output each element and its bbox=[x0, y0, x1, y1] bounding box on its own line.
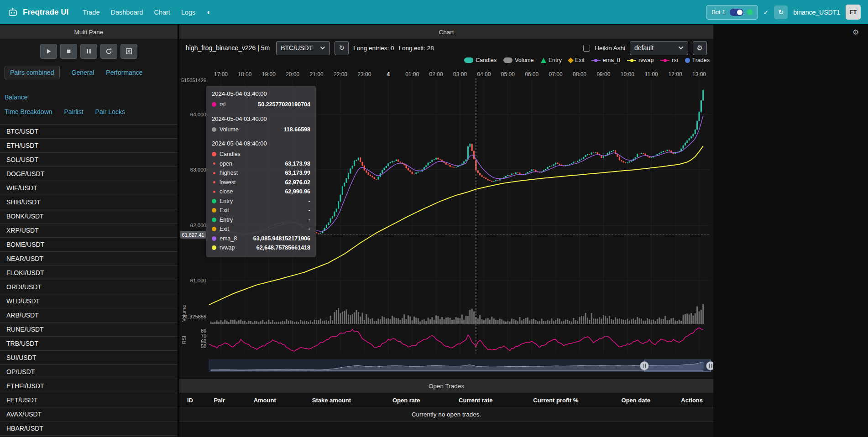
column-header-amount: Amount bbox=[238, 394, 292, 407]
legend-item-entry[interactable]: Entry bbox=[541, 57, 562, 63]
pair-list-item[interactable]: SHIB/USDT bbox=[0, 195, 178, 209]
legend-item-ema_8[interactable]: ema_8 bbox=[591, 57, 620, 63]
svg-text:60: 60 bbox=[201, 338, 206, 344]
chart-refresh-button[interactable]: ↻ bbox=[335, 41, 349, 55]
legend-item-volume[interactable]: Volume bbox=[503, 57, 534, 63]
tab-time-breakdown[interactable]: Time Breakdown bbox=[5, 106, 52, 118]
pair-list-item[interactable]: XRP/USDT bbox=[0, 224, 178, 238]
tab-general[interactable]: General bbox=[72, 67, 94, 78]
tooltip-series-label: ema_8 bbox=[220, 235, 237, 242]
pair-list-item[interactable]: BONK/USDT bbox=[0, 209, 178, 224]
pair-list-item[interactable]: ORDI/USDT bbox=[0, 280, 178, 294]
pair-list-item[interactable]: NEAR/USDT bbox=[0, 252, 178, 266]
pair-list-item[interactable]: SUI/USDT bbox=[0, 351, 178, 365]
svg-text:19:00: 19:00 bbox=[262, 71, 276, 78]
column-header-actions: Actions bbox=[670, 394, 713, 407]
chart-close-icon bbox=[125, 47, 133, 55]
plot-config-gear-button[interactable]: ⚙ bbox=[852, 28, 859, 36]
sidebar-title: Multi Pane bbox=[0, 25, 178, 39]
pair-list-item[interactable]: TRB/USDT bbox=[0, 337, 178, 351]
pair-list-item[interactable]: RUNE/USDT bbox=[0, 323, 178, 337]
bot-selector[interactable]: Bot 1 bbox=[706, 5, 758, 20]
pair-list-item[interactable]: ARB/USDT bbox=[0, 308, 178, 323]
plot-config-strip: ⚙ bbox=[713, 24, 868, 437]
chart-section: Chart high_frog_binance_v226 | 5m BTC/US… bbox=[179, 24, 713, 437]
strategy-timeframe-label: high_frog_binance_v226 | 5m bbox=[186, 44, 270, 52]
play-button[interactable] bbox=[40, 44, 57, 59]
nav-link-chart[interactable]: Chart bbox=[149, 6, 175, 19]
pair-list-item[interactable]: ETH/USDT bbox=[0, 139, 178, 153]
tooltip-row-ema_8: ema_863,085.948152171906 bbox=[212, 234, 310, 244]
user-avatar[interactable]: FT bbox=[846, 5, 861, 20]
column-header-id: ID bbox=[179, 394, 201, 407]
pair-list-item[interactable]: DOGE/USDT bbox=[0, 167, 178, 181]
candles-marker-dot bbox=[212, 152, 216, 156]
nav-link-dashboard[interactable]: Dashboard bbox=[105, 6, 148, 19]
column-header-stake-amount: Stake amount bbox=[292, 394, 372, 407]
chart-settings-button[interactable]: ⚙ bbox=[693, 41, 707, 55]
tooltip-group: 2024-05-04 03:40:00rsi50.22577020190704 bbox=[212, 90, 310, 109]
pause-button[interactable] bbox=[80, 44, 97, 59]
tooltip-row-rvwap: rvwap62,648.75785661418 bbox=[212, 243, 310, 253]
pause-icon bbox=[85, 47, 93, 55]
pair-select[interactable]: BTC/USDT bbox=[276, 41, 330, 55]
tooltip-date: 2024-05-04 03:40:00 bbox=[212, 140, 310, 147]
svg-text:09:00: 09:00 bbox=[596, 71, 610, 78]
legend-item-candles[interactable]: Candles bbox=[464, 57, 497, 63]
svg-text:Volume: Volume bbox=[181, 305, 187, 322]
pair-list-item[interactable]: SOL/USDT bbox=[0, 153, 178, 167]
tooltip-series-label: Entry bbox=[220, 198, 233, 204]
stop-button[interactable] bbox=[60, 44, 77, 59]
tooltip-row-close: close62,990.96 bbox=[212, 187, 310, 197]
pair-list-item[interactable]: ETHFI/USDT bbox=[0, 379, 178, 393]
plot-config-select[interactable]: default bbox=[630, 41, 688, 55]
pair-list-item[interactable]: AVAX/USDT bbox=[0, 407, 178, 421]
tab-balance[interactable]: Balance bbox=[5, 91, 28, 103]
pair-list-item[interactable]: OP/USDT bbox=[0, 365, 178, 379]
svg-text:23:00: 23:00 bbox=[357, 71, 371, 78]
tab-performance[interactable]: Performance bbox=[106, 67, 142, 78]
pair-list-item[interactable]: BTC/USDT bbox=[0, 125, 178, 139]
pair-list-item[interactable]: FLOKI/USDT bbox=[0, 266, 178, 280]
reload-button[interactable] bbox=[100, 44, 117, 59]
column-header-current-rate: Current rate bbox=[441, 394, 510, 407]
tooltip-row-open: open63,173.98 bbox=[212, 159, 310, 169]
column-header-open-date: Open date bbox=[601, 394, 670, 407]
rvwap-legend-marker-icon bbox=[627, 60, 636, 61]
column-header-pair: Pair bbox=[201, 394, 238, 407]
nav-link-trade[interactable]: Trade bbox=[78, 6, 105, 19]
pair-select-value: BTC/USDT bbox=[281, 44, 313, 52]
chart-close-button[interactable] bbox=[120, 44, 137, 59]
heikin-ashi-checkbox[interactable] bbox=[583, 45, 590, 52]
bot-toggle[interactable] bbox=[730, 9, 743, 16]
svg-text:20:00: 20:00 bbox=[286, 71, 299, 78]
tab-pairlist[interactable]: Pairlist bbox=[64, 106, 84, 118]
theme-toggle-icon[interactable]: ◐ bbox=[203, 6, 215, 18]
pair-list-item[interactable]: BOME/USDT bbox=[0, 238, 178, 252]
tooltip-series-label: Exit bbox=[220, 226, 229, 232]
svg-text:62,000: 62,000 bbox=[190, 223, 206, 228]
tab-pair-locks[interactable]: Pair Locks bbox=[95, 106, 125, 118]
pair-list-item[interactable]: FET/USDT bbox=[0, 393, 178, 407]
nav-link-logs[interactable]: Logs bbox=[176, 6, 200, 19]
pair-list-item[interactable]: WLD/USDT bbox=[0, 294, 178, 308]
svg-text:10:00: 10:00 bbox=[621, 71, 634, 78]
svg-text:01:00: 01:00 bbox=[405, 71, 419, 78]
legend-item-exit[interactable]: Exit bbox=[569, 57, 585, 63]
svg-text:64,000: 64,000 bbox=[190, 112, 206, 117]
chart-tooltip: 2024-05-04 03:40:00rsi50.225770201907042… bbox=[206, 86, 316, 257]
legend-item-rsi[interactable]: rsi bbox=[660, 57, 678, 63]
rsi-legend-marker-icon bbox=[660, 60, 669, 61]
pair-list-item[interactable]: HBAR/USDT bbox=[0, 421, 178, 436]
plot-config-value: default bbox=[634, 44, 654, 52]
pair-list-item[interactable]: WIF/USDT bbox=[0, 181, 178, 195]
legend-item-rvwap[interactable]: rvwap bbox=[627, 57, 654, 63]
tab-pairs-combined[interactable]: Pairs combined bbox=[5, 66, 60, 79]
long-entries-label: Long entries: 0 bbox=[353, 45, 394, 52]
tooltip-row-entry: Entry- bbox=[212, 215, 310, 225]
table-row: Currently no open trades. bbox=[179, 407, 713, 422]
tooltip-series-value: 118.66598 bbox=[284, 126, 310, 133]
reload-bot-button[interactable]: ↻ bbox=[774, 5, 788, 19]
legend-item-trades[interactable]: Trades bbox=[685, 57, 710, 63]
tooltip-series-label: Candles bbox=[220, 151, 241, 157]
